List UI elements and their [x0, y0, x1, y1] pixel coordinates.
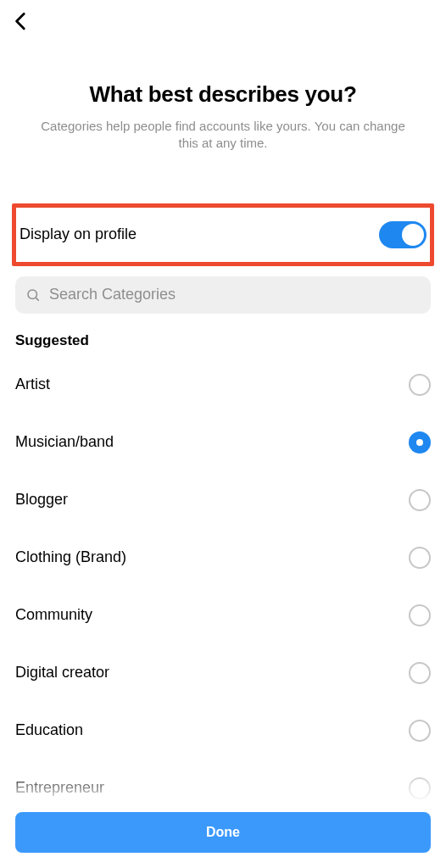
footer: Done: [0, 800, 446, 868]
category-label: Clothing (Brand): [15, 548, 126, 566]
search-categories-field[interactable]: [15, 276, 431, 314]
category-item[interactable]: Digital creator: [15, 644, 431, 702]
display-on-profile-toggle[interactable]: [379, 221, 426, 248]
category-radio[interactable]: [409, 431, 431, 453]
category-item[interactable]: Artist: [15, 356, 431, 414]
chevron-left-icon: [10, 10, 32, 32]
category-label: Entrepreneur: [15, 779, 104, 797]
category-radio[interactable]: [409, 720, 431, 742]
category-label: Musician/band: [15, 433, 114, 451]
page-title: What best describes you?: [20, 81, 426, 108]
category-radio[interactable]: [409, 374, 431, 396]
category-label: Blogger: [15, 491, 68, 509]
category-label: Artist: [15, 376, 50, 393]
category-label: Education: [15, 721, 83, 739]
category-radio[interactable]: [409, 489, 431, 511]
suggested-heading: Suggested: [15, 332, 431, 349]
svg-line-1: [36, 298, 38, 300]
svg-point-0: [28, 290, 37, 299]
display-on-profile-label: Display on profile: [20, 225, 137, 243]
done-button[interactable]: Done: [15, 812, 431, 853]
category-item[interactable]: Musician/band: [15, 414, 431, 471]
category-list: ArtistMusician/bandBloggerClothing (Bran…: [15, 356, 431, 817]
header: What best describes you? Categories help…: [0, 0, 446, 153]
search-icon: [25, 287, 41, 303]
category-radio[interactable]: [409, 777, 431, 799]
category-radio[interactable]: [409, 604, 431, 626]
category-radio[interactable]: [409, 547, 431, 569]
category-item[interactable]: Blogger: [15, 471, 431, 529]
page-subtitle: Categories help people find accounts lik…: [36, 118, 410, 153]
category-label: Digital creator: [15, 664, 109, 682]
category-item[interactable]: Education: [15, 702, 431, 760]
category-item[interactable]: Community: [15, 587, 431, 644]
category-radio[interactable]: [409, 662, 431, 684]
display-on-profile-row: Display on profile: [12, 203, 434, 266]
back-button[interactable]: [10, 10, 32, 36]
category-item[interactable]: Clothing (Brand): [15, 529, 431, 587]
search-input[interactable]: [47, 285, 421, 304]
category-label: Community: [15, 606, 92, 624]
